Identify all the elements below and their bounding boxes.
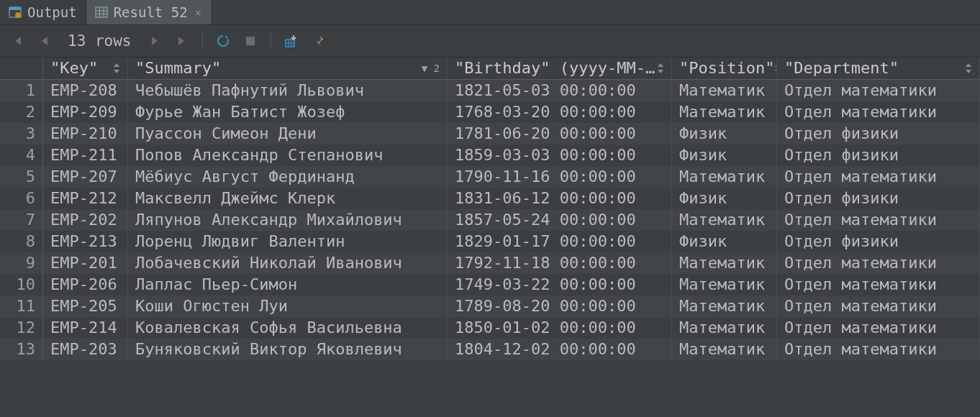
cell-position[interactable]: Математик (672, 209, 777, 231)
cell-summary[interactable]: Буняковский Виктор Яковлевич (128, 339, 448, 360)
export-button[interactable] (283, 32, 300, 50)
cell-summary[interactable]: Ковалевская Софья Васильевна (128, 317, 448, 339)
cell-key[interactable]: EMP-213 (43, 231, 128, 252)
cell-department[interactable]: Отдел математики (777, 339, 980, 360)
cell-summary[interactable]: Ляпунов Александр Михайлович (128, 209, 448, 231)
cell-birthday[interactable]: 1781-06-20 00:00:00 (448, 123, 672, 145)
cell-key[interactable]: EMP-210 (43, 123, 128, 145)
prev-page-button[interactable] (36, 32, 53, 50)
column-header[interactable]: "Department" (777, 58, 980, 80)
cell-department[interactable]: Отдел математики (777, 274, 980, 295)
cell-summary[interactable]: Попов Александр Степанович (128, 145, 448, 166)
column-header[interactable]: "Position" (672, 58, 777, 80)
cell-birthday[interactable]: 1789-08-20 00:00:00 (448, 295, 672, 317)
cell-key[interactable]: EMP-201 (43, 252, 128, 274)
cell-birthday[interactable]: 1829-01-17 00:00:00 (448, 231, 672, 252)
cell-summary[interactable]: Коши Огюстен Луи (128, 295, 448, 317)
cell-position[interactable]: Математик (672, 295, 777, 317)
cell-key[interactable]: EMP-203 (43, 339, 128, 360)
stop-button[interactable] (242, 32, 259, 50)
cell-position[interactable]: Математик (672, 80, 777, 101)
cell-key[interactable]: EMP-205 (43, 295, 128, 317)
row-number: 11 (0, 295, 43, 317)
tab-result[interactable]: Result 52 × (86, 0, 213, 24)
separator (271, 32, 271, 50)
cell-summary[interactable]: Пуассон Симеон Дени (128, 123, 448, 145)
cell-key[interactable]: EMP-214 (43, 317, 128, 339)
row-number: 9 (0, 252, 43, 274)
cell-department[interactable]: Отдел физики (777, 231, 980, 252)
cell-key[interactable]: EMP-209 (43, 101, 128, 123)
cell-birthday[interactable]: 1821-05-03 00:00:00 (448, 80, 672, 101)
cell-department[interactable]: Отдел математики (777, 252, 980, 274)
row-count-label: 13 rows (63, 32, 136, 50)
cell-key[interactable]: EMP-202 (43, 209, 128, 231)
column-header[interactable]: "Birthday" (yyyy-MM-… (448, 58, 672, 80)
cell-position[interactable]: Физик (672, 188, 777, 209)
cell-summary[interactable]: Максвелл Джеймс Клерк (128, 188, 448, 209)
cell-department[interactable]: Отдел физики (777, 145, 980, 166)
cell-birthday[interactable]: 1850-01-02 00:00:00 (448, 317, 672, 339)
cell-key[interactable]: EMP-212 (43, 188, 128, 209)
cell-summary[interactable]: Лобачевский Николай Иванович (128, 252, 448, 274)
cell-position[interactable]: Математик (672, 101, 777, 123)
cell-summary[interactable]: Лоренц Людвиг Валентин (128, 231, 448, 252)
row-number: 10 (0, 274, 43, 295)
refresh-button[interactable] (214, 32, 232, 50)
tab-output[interactable]: Output (0, 0, 86, 24)
svg-point-2 (15, 12, 21, 18)
cell-key[interactable]: EMP-207 (43, 166, 128, 188)
row-number: 5 (0, 166, 43, 188)
cell-position[interactable]: Математик (672, 274, 777, 295)
cell-birthday[interactable]: 1831-06-12 00:00:00 (448, 188, 672, 209)
row-number: 3 (0, 123, 43, 145)
first-page-button[interactable] (9, 32, 26, 50)
cell-key[interactable]: EMP-208 (43, 80, 128, 101)
cell-department[interactable]: Отдел математики (777, 80, 980, 101)
tab-bar: Output Result 52 × (0, 0, 980, 25)
row-number: 4 (0, 145, 43, 166)
column-header[interactable]: "Key" (43, 58, 128, 80)
cell-birthday[interactable]: 1749-03-22 00:00:00 (448, 274, 672, 295)
cell-summary[interactable]: Фурье Жан Батист Жозеф (128, 101, 448, 123)
column-label: "Position" (679, 58, 774, 79)
cell-birthday[interactable]: 1804-12-02 00:00:00 (448, 339, 672, 360)
cell-summary[interactable]: Чебышёв Пафнутий Львович (128, 80, 448, 101)
row-number: 2 (0, 101, 43, 123)
cell-position[interactable]: Математик (672, 317, 777, 339)
cell-department[interactable]: Отдел математики (777, 166, 980, 188)
cell-key[interactable]: EMP-206 (43, 274, 128, 295)
cell-birthday[interactable]: 1790-11-16 00:00:00 (448, 166, 672, 188)
tab-label: Output (27, 4, 77, 20)
cell-birthday[interactable]: 1857-05-24 00:00:00 (448, 209, 672, 231)
cell-department[interactable]: Отдел математики (777, 209, 980, 231)
last-page-button[interactable] (173, 32, 191, 50)
svg-rect-3 (96, 7, 107, 17)
next-page-button[interactable] (146, 32, 163, 50)
column-header[interactable]: "Summary"▼ 2 (128, 58, 448, 80)
row-number: 12 (0, 317, 43, 339)
row-number: 7 (0, 209, 43, 231)
cell-department[interactable]: Отдел математики (777, 295, 980, 317)
cell-birthday[interactable]: 1768-03-20 00:00:00 (448, 101, 672, 123)
cell-department[interactable]: Отдел физики (777, 123, 980, 145)
cell-department[interactable]: Отдел физики (777, 188, 980, 209)
cell-position[interactable]: Математик (672, 252, 777, 274)
column-label: "Birthday" (yyyy-MM-… (455, 58, 657, 79)
cell-position[interactable]: Физик (672, 123, 777, 145)
cell-summary[interactable]: Лаплас Пьер-Симон (128, 274, 448, 295)
cell-position[interactable]: Физик (672, 145, 777, 166)
pin-button[interactable] (310, 32, 327, 50)
row-number: 1 (0, 80, 43, 101)
cell-birthday[interactable]: 1859-03-03 00:00:00 (448, 145, 672, 166)
cell-position[interactable]: Физик (672, 231, 777, 252)
close-icon[interactable]: × (194, 6, 204, 19)
cell-department[interactable]: Отдел математики (777, 101, 980, 123)
cell-key[interactable]: EMP-211 (43, 145, 128, 166)
cell-birthday[interactable]: 1792-11-18 00:00:00 (448, 252, 672, 274)
cell-position[interactable]: Математик (672, 339, 777, 360)
cell-summary[interactable]: Мёбиус Август Фердинанд (128, 166, 448, 188)
cell-position[interactable]: Математик (672, 166, 777, 188)
cell-department[interactable]: Отдел математики (777, 317, 980, 339)
corner-cell (0, 58, 43, 80)
